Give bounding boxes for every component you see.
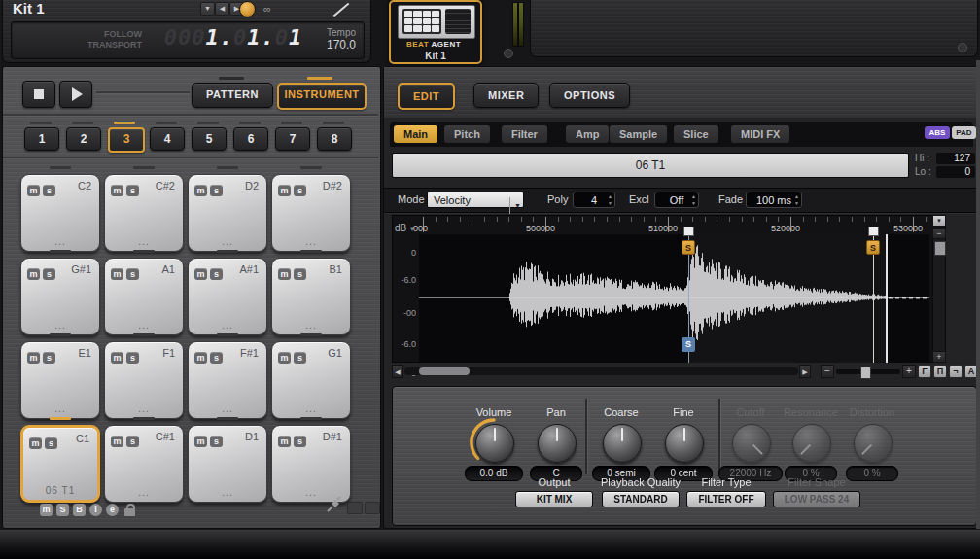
start-marker-handle[interactable] (683, 227, 694, 236)
sample-name-bar[interactable]: 06 T1 (392, 153, 909, 178)
pad-solo-button[interactable]: s (43, 268, 55, 280)
edit-button[interactable]: EDIT (398, 83, 455, 110)
panel-corner-icon[interactable] (958, 43, 967, 52)
mute-icon[interactable]: m (40, 504, 52, 516)
pad-mute-button[interactable]: m (194, 436, 207, 447)
group-button-1[interactable]: 1 (24, 127, 59, 151)
midi-plug-icon[interactable] (325, 495, 344, 518)
stepper-arrows-icon[interactable]: ▲▼ (691, 193, 696, 207)
pad-solo-button[interactable]: s (126, 185, 139, 196)
pad-solo-button[interactable]: s (126, 268, 139, 280)
pad-Gs1[interactable]: msG#1... (20, 258, 100, 335)
pad-D2[interactable]: msD2... (188, 174, 267, 252)
pad-E1[interactable]: msE1... (20, 341, 100, 419)
vzoom-out-button[interactable]: − (932, 228, 946, 239)
pad-mute-button[interactable]: m (111, 268, 123, 280)
pad-Cs2[interactable]: msC#2... (104, 174, 184, 252)
knob-distortion[interactable] (854, 424, 892, 463)
pad-F1[interactable]: msF1... (104, 341, 184, 419)
waveform-canvas[interactable] (419, 234, 929, 363)
pad-solo-button[interactable]: s (43, 185, 55, 196)
pad-Ds1[interactable]: msD#1... (271, 425, 351, 503)
group-button-4[interactable]: 4 (150, 127, 185, 151)
lock-icon[interactable] (123, 504, 136, 516)
options-button[interactable]: OPTIONS (549, 83, 630, 108)
knob-coarse[interactable] (603, 424, 642, 463)
selector-button-low-pass-24[interactable]: LOW PASS 24 (773, 491, 860, 507)
group-button-5[interactable]: 5 (192, 127, 227, 151)
edit-pencil-icon[interactable] (333, 3, 350, 17)
kit-level-knob[interactable] (239, 1, 256, 17)
play-button[interactable] (59, 81, 92, 108)
tab-slice[interactable]: Slice (674, 125, 718, 143)
db-scale-menu[interactable]: dB ▼ (395, 223, 415, 233)
zoom-in-button[interactable]: + (902, 365, 916, 378)
stop-button[interactable] (22, 81, 55, 108)
knob-pan[interactable] (538, 424, 577, 463)
pad-Fs1[interactable]: msF#1... (188, 341, 267, 419)
poly-stepper[interactable]: 4 ▲▼ (573, 192, 615, 208)
pad-mute-button[interactable]: m (111, 436, 123, 447)
pad-mute-button[interactable]: m (278, 436, 291, 447)
pad-B1[interactable]: msB1... (271, 258, 351, 335)
wave-snap-button-3[interactable]: ¬ (949, 365, 962, 378)
zoom-out-button[interactable]: − (821, 365, 834, 378)
keyboard-icon[interactable] (347, 502, 363, 514)
abs-badge[interactable]: ABS (925, 126, 950, 139)
wave-vscroll-thumb[interactable] (934, 241, 946, 256)
wave-vscale-menu-button[interactable]: ▼ (932, 215, 946, 227)
knob-resonance[interactable] (792, 424, 831, 463)
pad-C1[interactable]: msC106 T1 (20, 425, 100, 503)
excl-stepper[interactable]: Off ▲▼ (654, 192, 699, 208)
sample-end-line[interactable] (886, 234, 888, 363)
kit-menu-button[interactable]: ▼ (200, 2, 215, 16)
wave-hscroll-thumb[interactable] (419, 367, 470, 375)
knob-fine[interactable] (665, 424, 704, 463)
loop-start-marker-flag[interactable]: S (682, 337, 695, 352)
hscroll-left-button[interactable]: ◀ (392, 365, 403, 378)
wave-snap-button-2[interactable]: Π (933, 365, 947, 378)
group-button-8[interactable]: 8 (317, 127, 352, 151)
tab-pattern[interactable]: PATTERN (192, 83, 273, 108)
sample-ruler[interactable]: 000500000510000520000530000 (419, 217, 932, 234)
end-marker-handle[interactable] (868, 227, 879, 236)
fade-stepper[interactable]: 100 ms ▲▼ (746, 192, 802, 208)
group-button-2[interactable]: 2 (66, 127, 101, 151)
pad-G1[interactable]: msG1... (271, 341, 351, 419)
tab-instrument[interactable]: INSTRUMENT (277, 83, 367, 110)
pad-A1[interactable]: msA1... (104, 258, 184, 335)
pad-solo-button[interactable]: s (294, 185, 306, 196)
pad-badge[interactable]: PAD (952, 126, 976, 139)
vzoom-in-button[interactable]: + (932, 351, 946, 363)
hi-range-value[interactable]: 127 (936, 153, 975, 164)
tab-sample[interactable]: Sample (610, 125, 667, 143)
slot-menu-icon[interactable] (504, 49, 513, 58)
zoom-slider-thumb[interactable] (860, 367, 871, 379)
pad-mute-button[interactable]: m (27, 352, 40, 364)
stepper-arrows-icon[interactable]: ▲▼ (794, 193, 799, 207)
tab-pitch[interactable]: Pitch (444, 125, 490, 143)
pad-solo-button[interactable]: s (210, 185, 223, 196)
pad-mute-button[interactable]: m (111, 352, 123, 364)
hscroll-right-button[interactable]: ▶ (799, 365, 811, 378)
end-marker-flag[interactable]: S (866, 240, 880, 255)
group-button-6[interactable]: 6 (233, 127, 268, 151)
pad-mute-button[interactable]: m (278, 352, 291, 364)
info-icon[interactable]: i (89, 504, 102, 516)
pad-solo-button[interactable]: s (294, 268, 306, 280)
follow-transport-button[interactable]: FOLLOW TRANSPORT (58, 29, 142, 51)
pad-solo-button[interactable]: s (210, 268, 223, 280)
pad-mute-button[interactable]: m (278, 268, 291, 280)
edit-icon[interactable]: e (106, 504, 119, 516)
kit-prev-button[interactable]: ◀ (215, 2, 229, 16)
pad-solo-button[interactable]: s (126, 436, 139, 447)
pad-mute-button[interactable]: m (27, 185, 40, 196)
start-marker-flag[interactable]: S (682, 240, 695, 255)
pad-solo-button[interactable]: s (126, 352, 139, 364)
knob-volume[interactable] (475, 424, 514, 463)
pad-solo-button[interactable]: s (43, 352, 55, 364)
pad-mute-button[interactable]: m (27, 268, 40, 280)
knob-cutoff[interactable] (732, 424, 771, 463)
stepper-arrows-icon[interactable]: ▲▼ (608, 193, 612, 207)
pad-mute-button[interactable]: m (194, 185, 207, 196)
